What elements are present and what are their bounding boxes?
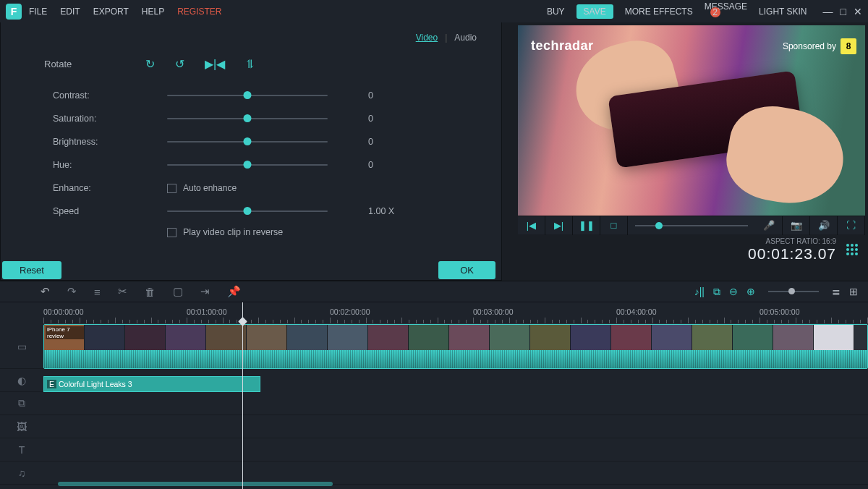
menu-icon[interactable]: ≣ <box>832 286 841 297</box>
redo-icon[interactable]: ↷ <box>67 285 77 298</box>
main-menu: FILE EDIT EXPORT HELP REGISTER <box>29 7 222 17</box>
pause-icon[interactable]: ❚❚ <box>573 216 600 235</box>
message-badge: 2 <box>710 7 720 17</box>
hue-label: Hue: <box>53 160 167 170</box>
brightness-value: 0 <box>368 137 373 147</box>
zoom-slider[interactable] <box>768 291 819 292</box>
rotate-ccw-icon[interactable]: ↺ <box>175 57 184 71</box>
playhead[interactable] <box>242 302 243 489</box>
minimize-icon[interactable]: — <box>823 6 833 17</box>
menu-edit[interactable]: EDIT <box>60 7 80 17</box>
camera-icon[interactable]: 📷 <box>783 216 810 235</box>
effect-clip-title: Colorful Light Leaks 3 <box>59 380 132 388</box>
message-link[interactable]: MESSAGE2 <box>705 1 747 22</box>
rotate-cw-icon[interactable]: ↻ <box>145 57 155 71</box>
volume-icon[interactable]: 🔊 <box>810 216 838 235</box>
progress-slider[interactable] <box>628 225 755 226</box>
window-controls: — □ ✕ <box>823 6 862 17</box>
list-icon[interactable]: ≡ <box>94 286 101 298</box>
empty-track[interactable] <box>43 438 868 462</box>
top-menu-bar: F FILE EDIT EXPORT HELP REGISTER BUY SAV… <box>0 0 868 22</box>
rotate-label: Rotate <box>44 59 145 69</box>
sponsor-overlay: Sponsored by 8 <box>783 38 856 54</box>
app-logo: F <box>6 4 22 20</box>
timeline: 00:00:00:00 00:01:00:00 00:02:00:00 00:0… <box>0 302 868 489</box>
flip-vertical-icon[interactable]: ⥮ <box>245 57 255 71</box>
brightness-slider[interactable] <box>167 141 328 143</box>
settings-icon[interactable]: ⊞ <box>849 286 858 297</box>
cut-icon[interactable]: ✂ <box>118 285 127 298</box>
next-frame-icon[interactable]: ▶| <box>545 216 573 235</box>
empty-track[interactable] <box>43 392 868 415</box>
saturation-slider[interactable] <box>167 118 328 119</box>
sponsor-logo: 8 <box>841 38 856 54</box>
image-track-icon[interactable]: 🖼 <box>0 415 43 438</box>
menu-help[interactable]: HELP <box>142 7 164 17</box>
effect-track-icon[interactable]: ◐ <box>0 369 43 392</box>
contrast-value: 0 <box>368 90 373 101</box>
track-header-column: ▭ ◐ ⧉ 🖼 T ♫ <box>0 324 43 485</box>
empty-track[interactable] <box>43 415 868 438</box>
close-icon[interactable]: ✕ <box>854 6 862 17</box>
speed-label: Speed <box>53 206 167 216</box>
zoom-in-icon[interactable]: ⊕ <box>746 286 755 297</box>
export-icon[interactable]: ⇥ <box>200 285 210 298</box>
preview-brand-overlay: techradar <box>531 38 594 54</box>
time-ruler[interactable]: 00:00:00:00 00:01:00:00 00:02:00:00 00:0… <box>43 302 868 324</box>
edit-panel: Video | Audio Rotate ↻ ↺ ▶|◀ ⥮ Contrast:… <box>0 22 502 281</box>
reverse-checkbox[interactable] <box>167 228 176 237</box>
flip-horizontal-icon[interactable]: ▶|◀ <box>205 57 225 71</box>
light-skin-link[interactable]: LIGHT SKIN <box>759 7 807 17</box>
overlay-track-icon[interactable]: ⧉ <box>0 392 43 415</box>
crop-icon[interactable]: ▢ <box>173 285 183 298</box>
menu-file[interactable]: FILE <box>29 7 47 17</box>
saturation-label: Saturation: <box>53 114 167 124</box>
menu-export[interactable]: EXPORT <box>93 7 129 17</box>
contrast-slider[interactable] <box>167 95 328 96</box>
zoom-out-icon[interactable]: ⊖ <box>729 286 738 297</box>
tab-video[interactable]: Video <box>416 33 438 43</box>
top-right-menu: BUY SAVE MORE EFFECTS MESSAGE2 LIGHT SKI… <box>547 1 862 22</box>
pin-icon[interactable]: 📌 <box>227 285 241 298</box>
video-track-icon[interactable]: ▭ <box>0 324 43 369</box>
aspect-ratio-label: ASPECT RATIO: 16:9 <box>748 237 836 245</box>
reset-button[interactable]: Reset <box>2 261 61 279</box>
tab-audio[interactable]: Audio <box>454 33 477 43</box>
more-effects-link[interactable]: MORE EFFECTS <box>625 7 693 17</box>
undo-icon[interactable]: ↶ <box>41 285 50 298</box>
link-icon[interactable]: ⧉ <box>713 286 720 298</box>
auto-enhance-text: Auto enhance <box>183 183 237 193</box>
maximize-icon[interactable]: □ <box>841 6 846 17</box>
grid-icon[interactable] <box>846 244 858 255</box>
tracks-area[interactable]: iPhone 7 review E Colorful Light Leaks 3 <box>43 324 868 485</box>
prev-frame-icon[interactable]: |◀ <box>518 216 545 235</box>
text-track-icon[interactable]: T <box>0 438 43 462</box>
audio-waveform <box>44 350 867 368</box>
audio-track-icon[interactable]: ♫ <box>0 462 43 485</box>
preview-panel: techradar Sponsored by 8 |◀ ▶| ❚❚ □ 🎤 📷 … <box>502 22 868 281</box>
timecode-row: ASPECT RATIO: 16:9 00:01:23.07 <box>502 234 868 265</box>
brightness-label: Brightness: <box>53 137 167 147</box>
edit-tabs: Video | Audio <box>1 33 501 50</box>
hue-slider[interactable] <box>167 164 328 166</box>
speed-slider[interactable] <box>167 211 328 212</box>
effect-clip[interactable]: E Colorful Light Leaks 3 <box>43 376 260 392</box>
save-button[interactable]: SAVE <box>576 4 613 19</box>
stop-icon[interactable]: □ <box>600 216 628 235</box>
video-clip[interactable]: iPhone 7 review <box>43 324 868 369</box>
buy-link[interactable]: BUY <box>547 7 565 17</box>
hue-value: 0 <box>368 160 373 170</box>
fullscreen-icon[interactable]: ⛶ <box>838 216 865 235</box>
menu-register[interactable]: REGISTER <box>177 7 221 17</box>
enhance-label: Enhance: <box>53 183 167 193</box>
contrast-label: Contrast: <box>53 90 167 101</box>
delete-icon[interactable]: 🗑 <box>145 286 156 298</box>
audio-tool-icon[interactable]: ♪|| <box>694 286 705 297</box>
play-controls: |◀ ▶| ❚❚ □ 🎤 📷 🔊 ⛶ <box>518 216 865 234</box>
speed-value: 1.00 X <box>368 206 394 216</box>
timeline-scrollbar[interactable] <box>58 482 333 486</box>
auto-enhance-checkbox[interactable] <box>167 184 176 193</box>
ok-button[interactable]: OK <box>438 261 495 279</box>
preview-viewport[interactable]: techradar Sponsored by 8 <box>518 25 865 216</box>
mic-icon[interactable]: 🎤 <box>755 216 783 235</box>
